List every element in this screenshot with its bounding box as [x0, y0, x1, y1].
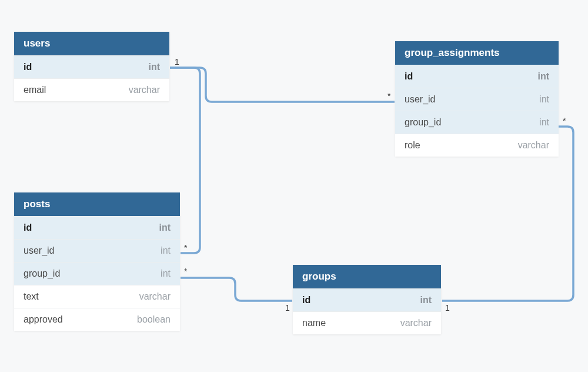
col-ga-role: role varchar — [395, 134, 559, 157]
col-type: int — [148, 62, 160, 72]
col-users-id: id int — [14, 55, 169, 78]
col-users-email: email varchar — [14, 78, 169, 101]
col-name: id — [405, 71, 413, 82]
col-type: varchar — [139, 291, 171, 302]
table-posts-header: posts — [14, 192, 180, 216]
col-posts-userid: user_id int — [14, 239, 180, 262]
col-type: boolean — [137, 314, 171, 325]
col-type: varchar — [129, 85, 160, 95]
table-posts: posts id int user_id int group_id int te… — [14, 192, 180, 331]
card-ga-userid: * — [387, 91, 390, 101]
col-posts-groupid: group_id int — [14, 262, 180, 285]
col-name: approved — [24, 314, 63, 325]
col-type: int — [161, 245, 171, 256]
table-group-assignments: group_assignments id int user_id int gro… — [395, 41, 559, 157]
col-name: id — [302, 295, 310, 305]
table-users: users id int email varchar — [14, 32, 169, 101]
col-name: id — [24, 62, 32, 72]
col-name: email — [24, 85, 46, 95]
col-name: text — [24, 291, 39, 302]
col-type: int — [161, 268, 171, 279]
col-type: int — [537, 71, 549, 82]
col-type: int — [420, 295, 432, 305]
table-users-header: users — [14, 32, 169, 55]
card-groups-left: 1 — [285, 303, 290, 313]
card-groups-right: 1 — [445, 303, 450, 313]
rel-users-groupassignments — [170, 68, 395, 102]
col-name: id — [24, 222, 32, 233]
table-groups: groups id int name varchar — [293, 265, 441, 334]
col-ga-groupid: group_id int — [395, 111, 559, 134]
card-posts-groupid: * — [184, 267, 187, 276]
col-groups-name: name varchar — [293, 311, 441, 334]
col-name: group_id — [24, 268, 60, 279]
rel-groups-posts — [181, 278, 292, 301]
card-users-out: 1 — [175, 57, 179, 67]
col-posts-text: text varchar — [14, 285, 180, 308]
col-name: group_id — [405, 117, 441, 128]
col-posts-id: id int — [14, 216, 180, 239]
table-groups-header: groups — [293, 265, 441, 288]
col-name: user_id — [405, 94, 435, 105]
col-groups-id: id int — [293, 288, 441, 311]
col-type: int — [159, 222, 171, 233]
card-ga-groupid: * — [563, 116, 566, 125]
col-ga-id: id int — [395, 65, 559, 88]
card-posts-userid: * — [184, 243, 187, 253]
col-name: name — [302, 318, 326, 328]
col-type: varchar — [400, 318, 432, 328]
col-type: varchar — [518, 140, 549, 151]
col-name: user_id — [24, 245, 54, 256]
col-ga-userid: user_id int — [395, 88, 559, 111]
col-type: int — [539, 117, 549, 128]
col-name: role — [405, 140, 420, 151]
col-posts-approved: approved boolean — [14, 308, 180, 331]
table-ga-header: group_assignments — [395, 41, 559, 65]
col-type: int — [539, 94, 549, 105]
